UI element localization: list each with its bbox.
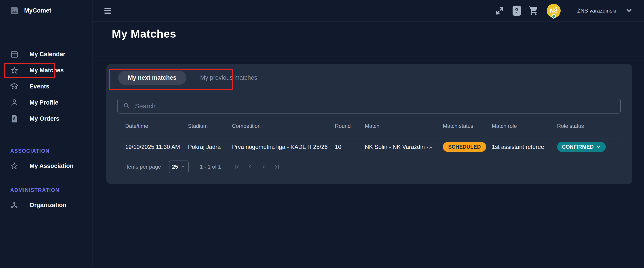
items-per-page-select[interactable]: 25 [169,161,189,173]
column-header: Round [335,123,365,129]
app-logo: MyComet [0,0,92,21]
cell-round: 10 [335,144,365,151]
cart-icon[interactable] [528,6,539,16]
sidebar-item-label: My Calendar [30,51,66,58]
image-placeholder-icon [10,6,19,15]
role-status-label: CONFIRMED [562,144,594,150]
sidebar-item-organization[interactable]: Organization [0,197,92,213]
last-page-button[interactable] [270,160,284,174]
star-icon [10,162,19,170]
association-selector-label[interactable]: ŽNS varaždinski [577,8,616,14]
tabs-bar: My next matches My previous matches [106,64,632,91]
sidebar-item-my-profile[interactable]: My Profile [0,94,92,111]
app-title: MyComet [24,7,52,14]
online-status-dot [552,14,556,19]
cell-competition: Prva nogometna liga - KADETI 25/26 [232,144,335,151]
next-page-button[interactable] [257,160,270,174]
pagination-range: 1 - 1 of 1 [200,164,221,170]
cell-match: NK Solin - NK Varaždin -:- [365,144,443,151]
cell-stadium: Pokraj Jadra [188,144,232,151]
cell-match-role: 1st assistant referee [492,144,557,151]
org-chart-icon [10,201,19,210]
sidebar-item-label: My Orders [30,115,60,122]
sidebar-item-my-orders[interactable]: $ My Orders [0,111,92,127]
help-glyph: ? [515,7,518,14]
page-title: My Matches [112,27,644,40]
sidebar-item-label: My Association [30,163,74,170]
sidebar-item-label: My Profile [30,99,58,106]
tab-label: My next matches [128,74,176,81]
column-header: Match status [443,123,492,129]
column-header: Role status [557,123,622,129]
topbar: ? NŠ ŽNS varaždinski [93,0,644,21]
column-header: Date/time [125,123,188,129]
sidebar-item-events[interactable]: Events [0,78,92,94]
star-icon [10,66,19,75]
sidebar-item-label: My Matches [30,67,64,74]
svg-text:$: $ [13,117,16,121]
match-status-badge: SCHEDULED [443,142,486,152]
sidebar-item-my-association[interactable]: My Association [0,158,92,174]
fullscreen-icon[interactable] [494,6,505,16]
matches-card: My next matches My previous matches Date… [106,64,632,184]
first-page-button[interactable] [230,160,244,174]
help-icon[interactable]: ? [512,6,522,16]
table-row[interactable]: 19/10/2025 11:30 AM Pokraj Jadra Prva no… [117,139,622,155]
invoice-icon: $ [10,114,19,123]
cell-datetime: 19/10/2025 11:30 AM [125,144,188,151]
sidebar-item-my-calendar[interactable]: My Calendar [0,46,92,62]
avatar-initials: NŠ [550,7,558,14]
sidebar-item-label: Events [30,83,50,90]
previous-page-button[interactable] [244,160,257,174]
sidebar-section-administration: ADMINISTRATION [0,187,92,193]
table-header-row: Date/time Stadium Competition Round Matc… [117,113,622,139]
search-bar [117,99,621,113]
search-input[interactable] [135,102,620,110]
topbar-divider [0,21,644,22]
chevron-down-icon[interactable] [625,7,633,15]
sidebar: MyComet My Calendar My Matches Events My [0,0,93,268]
items-per-page-value: 25 [172,164,178,170]
graduation-cap-icon [10,82,19,91]
avatar[interactable]: NŠ [547,4,560,18]
column-header: Competition [232,123,335,129]
column-header: Stadium [188,123,232,129]
sidebar-section-association: ASSOCIATION [0,148,92,154]
chevron-down-icon [596,145,601,149]
person-icon [10,98,19,107]
dropdown-arrow-icon [180,164,186,169]
tab-my-previous-matches[interactable]: My previous matches [200,74,257,81]
pagination: Items per page 25 1 - 1 of 1 [125,158,284,176]
column-header: Match [365,123,443,129]
calendar-icon [10,50,19,59]
sidebar-item-label: Organization [30,202,66,209]
tab-my-next-matches[interactable]: My next matches [118,71,186,85]
menu-toggle-button[interactable] [104,6,115,16]
role-status-dropdown[interactable]: CONFIRMED [557,142,606,152]
page-header: My Matches [93,22,644,56]
sidebar-item-my-matches[interactable]: My Matches [0,62,92,78]
items-per-page-label: Items per page [125,164,161,170]
search-icon [123,102,130,110]
column-header: Match role [492,123,557,129]
